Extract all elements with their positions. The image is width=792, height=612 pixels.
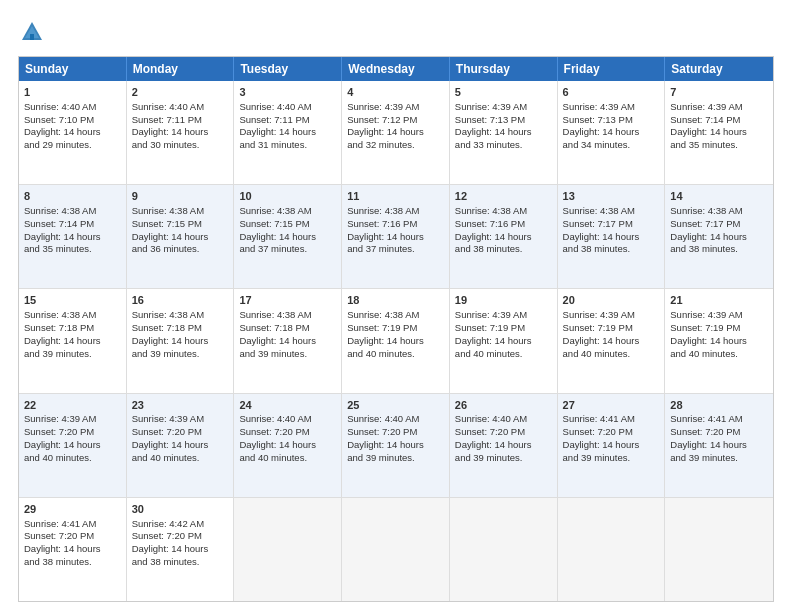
day-info-line: Daylight: 14 hours — [455, 335, 532, 346]
day-info-line: Sunrise: 4:41 AM — [670, 413, 742, 424]
day-cell-5: 5Sunrise: 4:39 AMSunset: 7:13 PMDaylight… — [450, 81, 558, 184]
day-info-line: Daylight: 14 hours — [132, 231, 209, 242]
day-number: 2 — [132, 85, 229, 100]
day-number: 25 — [347, 398, 444, 413]
day-info-line: Sunrise: 4:38 AM — [455, 205, 527, 216]
day-info-line: Sunset: 7:20 PM — [670, 426, 740, 437]
day-info-line: and 38 minutes. — [670, 243, 738, 254]
day-cell-8: 8Sunrise: 4:38 AMSunset: 7:14 PMDaylight… — [19, 185, 127, 288]
day-info-line: and 38 minutes. — [24, 556, 92, 567]
day-number: 21 — [670, 293, 768, 308]
day-number: 3 — [239, 85, 336, 100]
day-info-line: Sunrise: 4:40 AM — [132, 101, 204, 112]
day-number: 30 — [132, 502, 229, 517]
day-info-line: Sunset: 7:20 PM — [24, 426, 94, 437]
day-info-line: Daylight: 14 hours — [563, 335, 640, 346]
day-info-line: Sunset: 7:16 PM — [347, 218, 417, 229]
day-info-line: and 40 minutes. — [132, 452, 200, 463]
day-info-line: and 30 minutes. — [132, 139, 200, 150]
day-info-line: and 39 minutes. — [132, 348, 200, 359]
day-number: 15 — [24, 293, 121, 308]
day-info-line: Sunset: 7:11 PM — [132, 114, 202, 125]
day-info-line: Sunrise: 4:40 AM — [239, 413, 311, 424]
day-cell-1: 1Sunrise: 4:40 AMSunset: 7:10 PMDaylight… — [19, 81, 127, 184]
day-info-line: Sunset: 7:20 PM — [455, 426, 525, 437]
day-number: 11 — [347, 189, 444, 204]
day-number: 9 — [132, 189, 229, 204]
day-info-line: and 40 minutes. — [670, 348, 738, 359]
day-number: 26 — [455, 398, 552, 413]
day-info-line: and 40 minutes. — [455, 348, 523, 359]
calendar-row-3: 22Sunrise: 4:39 AMSunset: 7:20 PMDayligh… — [19, 393, 773, 497]
empty-cell — [450, 498, 558, 601]
day-info-line: Sunset: 7:14 PM — [24, 218, 94, 229]
day-cell-17: 17Sunrise: 4:38 AMSunset: 7:18 PMDayligh… — [234, 289, 342, 392]
day-info-line: Sunrise: 4:39 AM — [455, 101, 527, 112]
day-number: 10 — [239, 189, 336, 204]
calendar-row-1: 8Sunrise: 4:38 AMSunset: 7:14 PMDaylight… — [19, 184, 773, 288]
calendar: SundayMondayTuesdayWednesdayThursdayFrid… — [18, 56, 774, 602]
day-info-line: and 39 minutes. — [347, 452, 415, 463]
day-number: 24 — [239, 398, 336, 413]
empty-cell — [665, 498, 773, 601]
day-info-line: Daylight: 14 hours — [239, 439, 316, 450]
day-info-line: and 39 minutes. — [670, 452, 738, 463]
empty-cell — [558, 498, 666, 601]
calendar-row-4: 29Sunrise: 4:41 AMSunset: 7:20 PMDayligh… — [19, 497, 773, 601]
day-number: 14 — [670, 189, 768, 204]
day-info-line: and 34 minutes. — [563, 139, 631, 150]
calendar-body: 1Sunrise: 4:40 AMSunset: 7:10 PMDaylight… — [19, 81, 773, 601]
day-cell-26: 26Sunrise: 4:40 AMSunset: 7:20 PMDayligh… — [450, 394, 558, 497]
day-info-line: Sunrise: 4:38 AM — [563, 205, 635, 216]
day-info-line: Sunset: 7:20 PM — [132, 530, 202, 541]
day-number: 1 — [24, 85, 121, 100]
day-info-line: Sunset: 7:13 PM — [455, 114, 525, 125]
day-info-line: and 40 minutes. — [563, 348, 631, 359]
day-info-line: and 35 minutes. — [24, 243, 92, 254]
day-info-line: Sunset: 7:13 PM — [563, 114, 633, 125]
day-cell-10: 10Sunrise: 4:38 AMSunset: 7:15 PMDayligh… — [234, 185, 342, 288]
day-cell-29: 29Sunrise: 4:41 AMSunset: 7:20 PMDayligh… — [19, 498, 127, 601]
day-info-line: and 40 minutes. — [239, 452, 307, 463]
day-info-line: Daylight: 14 hours — [670, 335, 747, 346]
day-info-line: Sunset: 7:19 PM — [670, 322, 740, 333]
day-info-line: and 39 minutes. — [239, 348, 307, 359]
day-number: 18 — [347, 293, 444, 308]
day-cell-4: 4Sunrise: 4:39 AMSunset: 7:12 PMDaylight… — [342, 81, 450, 184]
day-number: 13 — [563, 189, 660, 204]
day-info-line: Daylight: 14 hours — [132, 126, 209, 137]
svg-rect-2 — [30, 34, 34, 40]
day-info-line: and 38 minutes. — [132, 556, 200, 567]
day-number: 29 — [24, 502, 121, 517]
day-info-line: Sunset: 7:17 PM — [563, 218, 633, 229]
day-info-line: Sunset: 7:18 PM — [24, 322, 94, 333]
day-info-line: Sunrise: 4:40 AM — [347, 413, 419, 424]
day-number: 6 — [563, 85, 660, 100]
day-info-line: Sunrise: 4:38 AM — [24, 309, 96, 320]
day-info-line: and 39 minutes. — [455, 452, 523, 463]
day-cell-20: 20Sunrise: 4:39 AMSunset: 7:19 PMDayligh… — [558, 289, 666, 392]
day-info-line: Daylight: 14 hours — [670, 439, 747, 450]
day-number: 17 — [239, 293, 336, 308]
day-info-line: Sunrise: 4:38 AM — [239, 309, 311, 320]
day-number: 5 — [455, 85, 552, 100]
day-number: 28 — [670, 398, 768, 413]
day-info-line: Sunset: 7:17 PM — [670, 218, 740, 229]
day-info-line: Daylight: 14 hours — [239, 335, 316, 346]
day-cell-13: 13Sunrise: 4:38 AMSunset: 7:17 PMDayligh… — [558, 185, 666, 288]
day-info-line: Sunrise: 4:38 AM — [347, 309, 419, 320]
day-info-line: Sunrise: 4:38 AM — [239, 205, 311, 216]
logo-icon — [18, 18, 46, 46]
day-cell-14: 14Sunrise: 4:38 AMSunset: 7:17 PMDayligh… — [665, 185, 773, 288]
day-cell-25: 25Sunrise: 4:40 AMSunset: 7:20 PMDayligh… — [342, 394, 450, 497]
day-info-line: Daylight: 14 hours — [670, 126, 747, 137]
header — [18, 18, 774, 46]
day-number: 7 — [670, 85, 768, 100]
day-info-line: Daylight: 14 hours — [239, 126, 316, 137]
header-day-thursday: Thursday — [450, 57, 558, 81]
day-info-line: Daylight: 14 hours — [455, 231, 532, 242]
day-info-line: Sunset: 7:20 PM — [132, 426, 202, 437]
day-number: 20 — [563, 293, 660, 308]
day-cell-16: 16Sunrise: 4:38 AMSunset: 7:18 PMDayligh… — [127, 289, 235, 392]
day-info-line: Sunrise: 4:39 AM — [132, 413, 204, 424]
